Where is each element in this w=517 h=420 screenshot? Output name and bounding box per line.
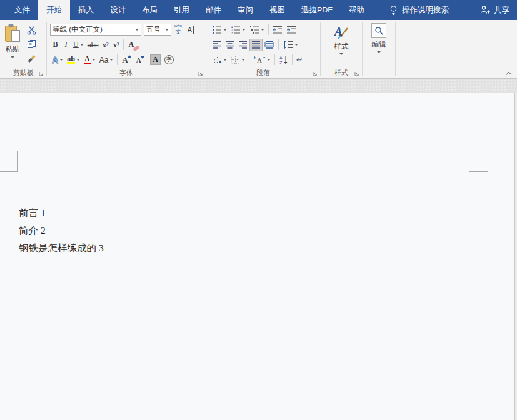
asian-layout-button[interactable]: A bbox=[251, 54, 273, 66]
document-body-text[interactable]: 前言 1 简介 2 钢铁是怎样练成的 3 bbox=[19, 204, 104, 257]
copy-icon bbox=[27, 39, 36, 49]
document-line[interactable]: 简介 2 bbox=[19, 222, 104, 239]
styles-icon: A bbox=[333, 23, 350, 40]
tab-file[interactable]: 文件 bbox=[6, 0, 38, 20]
numbering-button[interactable]: 123 bbox=[229, 24, 248, 36]
group-font: 等线 (中文正文) 五号 wén 文 A B I U bbox=[47, 20, 206, 78]
ribbon-home: 粘贴 bbox=[0, 20, 517, 79]
sort-button[interactable]: AZ bbox=[277, 54, 290, 66]
vertical-scrollbar[interactable] bbox=[514, 93, 517, 420]
text-effects-button[interactable]: A bbox=[50, 54, 65, 66]
underline-caret bbox=[80, 44, 84, 46]
enclose-character-glyph: 字 bbox=[164, 55, 174, 64]
text-effects-caret bbox=[59, 59, 63, 61]
italic-button[interactable]: I bbox=[61, 39, 71, 51]
tab-layout[interactable]: 布局 bbox=[134, 0, 166, 20]
paint-bucket-icon bbox=[212, 55, 222, 64]
align-center-button[interactable] bbox=[223, 39, 236, 51]
superscript-2: 2 bbox=[117, 42, 119, 48]
highlight-letters: ab bbox=[67, 56, 75, 64]
editing-button[interactable]: 编辑 bbox=[371, 22, 386, 53]
phonetic-guide-button[interactable]: wén 文 bbox=[174, 24, 182, 35]
format-painter-button[interactable] bbox=[25, 52, 38, 63]
align-right-button[interactable] bbox=[236, 39, 249, 51]
subscript-button[interactable]: x2 bbox=[100, 39, 111, 51]
svg-text:Z: Z bbox=[279, 61, 283, 65]
clear-formatting-button[interactable]: A bbox=[126, 39, 136, 51]
group-styles: A 样式 样式 bbox=[321, 20, 362, 78]
shading-caret bbox=[223, 59, 227, 61]
font-color-button[interactable]: A bbox=[82, 54, 98, 66]
shrink-font-button[interactable]: A bbox=[133, 54, 144, 66]
multilevel-list-icon bbox=[249, 25, 259, 35]
styles-dialog-launcher[interactable] bbox=[354, 71, 360, 77]
tell-me-search[interactable]: 操作说明搜索 bbox=[385, 0, 453, 20]
tab-review[interactable]: 审阅 bbox=[229, 0, 261, 20]
paragraph-row-separator bbox=[249, 54, 249, 65]
grow-arrow-icon bbox=[128, 55, 131, 58]
tab-references[interactable]: 引用 bbox=[166, 0, 198, 20]
tab-home[interactable]: 开始 bbox=[38, 0, 70, 20]
underline-button[interactable]: U bbox=[71, 39, 86, 51]
paragraph-row-separator bbox=[268, 24, 269, 35]
document-line[interactable]: 钢铁是怎样练成的 3 bbox=[19, 239, 104, 257]
distributed-button[interactable] bbox=[263, 39, 276, 51]
clipboard-dialog-launcher[interactable] bbox=[38, 71, 44, 77]
superscript-button[interactable]: x2 bbox=[111, 39, 121, 51]
document-line[interactable]: 前言 1 bbox=[19, 204, 104, 222]
share-label: 共享 bbox=[494, 5, 509, 16]
character-border-button[interactable]: A bbox=[186, 26, 194, 34]
increase-indent-icon bbox=[286, 25, 296, 35]
enclose-characters-button[interactable]: 字 bbox=[163, 54, 176, 66]
editing-button-label: 编辑 bbox=[372, 40, 386, 49]
borders-button[interactable] bbox=[229, 54, 247, 66]
character-shading-button[interactable]: A bbox=[148, 54, 163, 66]
cut-button[interactable] bbox=[25, 25, 38, 36]
styles-button[interactable]: A 样式 bbox=[333, 22, 350, 55]
font-name-value: 等线 (中文正文) bbox=[53, 25, 134, 34]
multilevel-list-button[interactable] bbox=[248, 24, 266, 36]
copy-button[interactable] bbox=[25, 39, 38, 49]
tab-pdf[interactable]: 迅捷PDF bbox=[293, 0, 341, 20]
show-hide-marks-button[interactable]: ↵ bbox=[294, 54, 305, 66]
paste-label: 粘贴 bbox=[6, 44, 20, 54]
margin-cropmark-right bbox=[469, 151, 488, 172]
align-left-button[interactable] bbox=[210, 39, 223, 51]
bullets-icon bbox=[212, 25, 222, 35]
share-button[interactable]: 共享 bbox=[473, 0, 517, 20]
document-page[interactable]: 前言 1 简介 2 钢铁是怎样练成的 3 bbox=[0, 93, 517, 420]
search-icon-box bbox=[371, 23, 386, 38]
change-case-button[interactable]: Aa bbox=[98, 54, 116, 66]
search-icon bbox=[374, 26, 384, 36]
collapse-ribbon-button[interactable] bbox=[507, 71, 512, 76]
eraser-icon bbox=[133, 45, 140, 51]
bold-button[interactable]: B bbox=[50, 39, 61, 51]
font-color-letter: A bbox=[84, 56, 91, 64]
group-paragraph: 123 bbox=[206, 20, 320, 78]
tab-mailings[interactable]: 邮件 bbox=[198, 0, 229, 20]
text-highlight-button[interactable]: ab bbox=[65, 54, 82, 66]
asian-layout-caret bbox=[267, 59, 271, 61]
font-size-combobox[interactable]: 五号 bbox=[144, 24, 171, 36]
line-spacing-button[interactable] bbox=[281, 39, 300, 51]
format-painter-icon bbox=[27, 53, 36, 62]
bullets-button[interactable] bbox=[210, 24, 229, 36]
font-color-caret bbox=[92, 59, 96, 61]
tab-help[interactable]: 帮助 bbox=[341, 0, 373, 20]
tab-view[interactable]: 视图 bbox=[261, 0, 293, 20]
decrease-indent-button[interactable] bbox=[271, 24, 284, 36]
grow-font-button[interactable]: A bbox=[119, 54, 130, 66]
tab-insert[interactable]: 插入 bbox=[70, 0, 102, 20]
increase-indent-button[interactable] bbox=[284, 24, 298, 36]
paragraph-group-label: 段落 bbox=[206, 69, 320, 78]
font-dialog-launcher[interactable] bbox=[198, 71, 204, 77]
svg-text:A: A bbox=[279, 56, 283, 60]
paragraph-dialog-launcher[interactable] bbox=[312, 71, 318, 77]
lightbulb-icon bbox=[389, 5, 398, 16]
justify-button[interactable] bbox=[249, 39, 263, 51]
margin-cropmark-left bbox=[0, 151, 18, 172]
font-name-combobox[interactable]: 等线 (中文正文) bbox=[50, 24, 141, 36]
tab-design[interactable]: 设计 bbox=[102, 0, 134, 20]
shading-button[interactable] bbox=[210, 54, 229, 66]
strikethrough-button[interactable]: abc bbox=[86, 39, 101, 51]
